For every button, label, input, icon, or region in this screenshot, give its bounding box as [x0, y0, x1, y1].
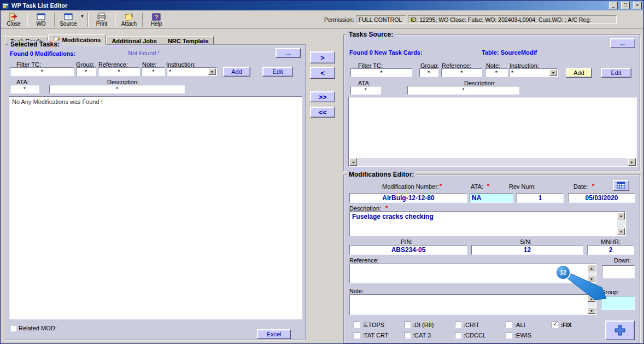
description-input[interactable]: *	[407, 86, 519, 95]
scroll-up-icon: ▲	[590, 266, 594, 270]
scroll-up-button[interactable]: ▲	[588, 295, 595, 302]
group-input[interactable]: *	[419, 68, 438, 77]
reference-input[interactable]: *	[441, 68, 482, 77]
scroll-down-button[interactable]: ▼	[617, 228, 625, 235]
checkbox-crit[interactable]: :CRIT	[455, 322, 479, 328]
scroll-right-button[interactable]: ►	[628, 158, 636, 166]
tat-crt-checkbox[interactable]	[354, 332, 360, 339]
checkbox-ewis[interactable]: :EWIS	[506, 332, 531, 339]
reference-input[interactable]: *	[98, 67, 140, 76]
close-window-button[interactable]: ×	[633, 2, 642, 9]
chevron-down-icon[interactable]: ▼	[549, 69, 557, 76]
plus-icon	[614, 324, 626, 336]
permission-label: Permission:	[324, 16, 354, 23]
vertical-scrollbar[interactable]: ▲ ▼	[588, 295, 595, 314]
date-field[interactable]: 05/03/2020	[568, 193, 635, 203]
source-window-icon	[63, 13, 73, 21]
table-source-text: Table: SourceModif	[482, 49, 537, 56]
ata-input[interactable]: *	[10, 85, 39, 94]
ewis-checkbox[interactable]	[506, 332, 512, 339]
wo-button[interactable]: WO	[30, 11, 52, 28]
checkbox-cat-3[interactable]: :CAT 3	[404, 332, 431, 339]
add-button[interactable]: Add	[566, 68, 592, 78]
vertical-scrollbar[interactable]: ▲ ▼	[588, 265, 595, 282]
move-right-arrow-button[interactable]: →	[276, 48, 301, 58]
calendar-button[interactable]	[613, 180, 629, 191]
instruction-dropdown[interactable]: * ▼	[509, 68, 558, 77]
checkbox-fix[interactable]: :FIX	[552, 322, 572, 328]
move-all-left-button[interactable]: <<	[310, 107, 335, 118]
move-selected-right-button[interactable]: >	[310, 51, 335, 63]
help-button[interactable]: ? Help	[145, 11, 167, 28]
group-input[interactable]: *	[76, 67, 96, 76]
checkbox-tat-crt[interactable]: :TAT CRT	[354, 332, 388, 339]
scroll-down-button[interactable]: ▼	[588, 276, 595, 282]
checkbox-ali[interactable]: :ALI	[506, 322, 525, 328]
add-modification-plus-button[interactable]	[605, 320, 635, 340]
description-input[interactable]: *	[49, 85, 185, 94]
description-field[interactable]: Fuselage cracks checking ▲ ▼	[349, 211, 626, 236]
scroll-up-button[interactable]: ▲	[588, 265, 595, 271]
related-mod-checkbox[interactable]	[10, 325, 16, 331]
down-field[interactable]	[602, 265, 635, 278]
ata-field[interactable]: NA	[470, 193, 513, 203]
ali-checkbox[interactable]	[506, 322, 512, 328]
related-mod-checkbox-item[interactable]: Related MOD:	[10, 325, 57, 331]
note-input[interactable]: *	[142, 67, 165, 76]
chevron-down-icon[interactable]: ▼	[208, 68, 216, 75]
instruction-dropdown[interactable]: * ▼	[167, 67, 217, 76]
tab-nrc-template[interactable]: NRC Template	[162, 36, 214, 45]
modifications-list[interactable]: No Any Modifications was Found !	[9, 96, 302, 319]
mod-number-field[interactable]: AirBulg-12-12-80	[349, 193, 467, 203]
ata-label: ATA:	[471, 183, 483, 190]
scroll-down-button[interactable]: ▼	[588, 307, 595, 314]
group-field[interactable]	[601, 296, 635, 310]
horizontal-scrollbar[interactable]: ◄ ►	[349, 158, 636, 166]
pn-field[interactable]: ABS234-05	[349, 245, 467, 255]
minimize-button[interactable]: _	[609, 2, 618, 9]
add-button[interactable]: Add	[223, 67, 250, 77]
vertical-scrollbar[interactable]: ▲ ▼	[617, 212, 625, 235]
close-button[interactable]: Close	[3, 11, 25, 28]
excel-button[interactable]: Excel	[257, 329, 291, 339]
scroll-down-icon: ▼	[619, 230, 623, 234]
reference-field[interactable]: ▲ ▼	[349, 264, 596, 283]
source-button[interactable]: Source	[57, 11, 79, 28]
checkbox-di-rii[interactable]: :DI (RII)	[404, 322, 434, 328]
move-all-right-button[interactable]: >>	[310, 91, 335, 102]
note-value	[350, 295, 596, 297]
cdccl-checkbox[interactable]	[455, 332, 461, 339]
rev-num-field[interactable]: 1	[517, 193, 564, 203]
note-field[interactable]: ▲ ▼	[349, 294, 596, 315]
checkbox-etops[interactable]: :ETOPS	[354, 322, 384, 328]
etops-checkbox[interactable]	[354, 322, 360, 328]
source-task-list[interactable]: ◄ ►	[348, 97, 637, 167]
maximize-button[interactable]: □	[621, 2, 630, 9]
move-back-arrow-button[interactable]: ←	[610, 38, 635, 48]
move-selected-left-button[interactable]: <	[310, 67, 335, 79]
edit-button[interactable]: Edit	[601, 68, 631, 78]
attach-button-label: Attach	[121, 21, 137, 27]
mnhr-field[interactable]: 2	[587, 245, 634, 255]
scroll-left-button[interactable]: ◄	[349, 158, 357, 166]
fix-checkbox[interactable]	[552, 322, 558, 328]
crit-checkbox[interactable]	[455, 322, 461, 328]
edit-button[interactable]: Edit	[262, 67, 293, 77]
tab-additional-jobs[interactable]: Additional Jobs	[106, 36, 162, 45]
filter-tc-input[interactable]: *	[350, 68, 412, 77]
checkbox-cdccl[interactable]: :CDCCL	[455, 332, 486, 339]
sn-field[interactable]: 12	[471, 245, 583, 255]
instruction-value: *	[511, 69, 513, 76]
empty-list-message: No Any Modifications was Found !	[9, 97, 302, 107]
source-dropdown-arrow[interactable]: ▼	[79, 11, 85, 28]
note-input[interactable]: *	[485, 68, 508, 77]
print-button[interactable]: Print	[91, 11, 113, 28]
filter-tc-input[interactable]: *	[10, 67, 74, 76]
scroll-up-button[interactable]: ▲	[617, 212, 625, 219]
ata-input[interactable]: *	[350, 86, 381, 95]
di-rii-checkbox[interactable]	[404, 322, 411, 328]
tab-additional-jobs-label: Additional Jobs	[112, 38, 157, 44]
cat-3-checkbox[interactable]	[404, 332, 411, 339]
permission-bar: Permission: FULL CONTROL ID: 12295; WO C…	[324, 15, 617, 24]
attach-button[interactable]: Attach	[118, 11, 140, 28]
